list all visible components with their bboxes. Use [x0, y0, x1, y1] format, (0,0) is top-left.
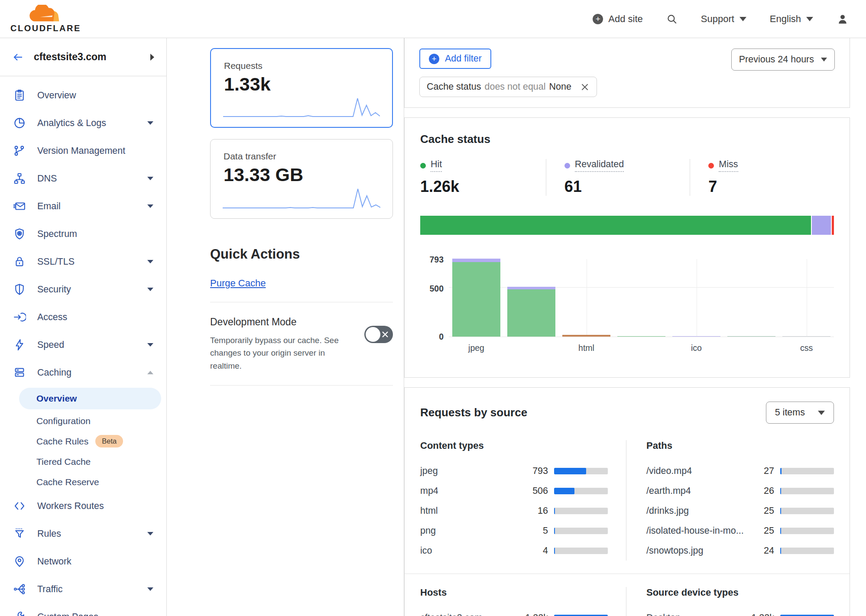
list-item-label: /isolated-house-in-mo... [646, 525, 744, 536]
sidebar-item-security[interactable]: Security [0, 276, 166, 303]
bar-segment [562, 335, 611, 337]
progress-fill [780, 548, 781, 554]
sidebar-item-access[interactable]: Access [0, 303, 166, 331]
summary-segment-hit [420, 216, 811, 235]
dns-tree-icon [13, 172, 26, 185]
lock-icon [13, 255, 26, 268]
divider [405, 574, 850, 574]
plus-icon: + [429, 54, 439, 64]
stat-revalidated: Revalidated61 [546, 159, 690, 196]
progress-fill [780, 615, 834, 616]
sidebar-subitem-cache-rules[interactable]: Cache RulesBeta [0, 431, 166, 451]
user-icon [837, 13, 849, 25]
add-filter-button[interactable]: + Add filter [419, 49, 491, 69]
summary-segment-revalidated [812, 216, 831, 235]
requests-metric-card[interactable]: Requests 1.33k [210, 48, 393, 128]
development-mode-title: Development Mode [210, 316, 344, 328]
paths-title: Paths [646, 440, 834, 451]
stat-header: Miss [708, 159, 834, 172]
sidebar-subitem-cache-reserve[interactable]: Cache Reserve [0, 472, 166, 492]
list-item-video-mp4: /video.mp427 [646, 461, 834, 481]
progress-track [780, 468, 834, 474]
progress-fill [554, 468, 586, 474]
legend-dot-miss [708, 163, 714, 169]
sidebar-item-label: Spectrum [37, 229, 77, 240]
purge-cache-link[interactable]: Purge Cache [210, 278, 266, 289]
progress-fill [554, 488, 574, 494]
support-menu[interactable]: Support [701, 13, 746, 25]
language-menu[interactable]: English [770, 13, 813, 25]
sidebar-subitem-overview[interactable]: Overview [19, 388, 161, 409]
source-device-types-column: Source device types Desktop1.33k [626, 587, 850, 616]
stat-label[interactable]: Revalidated [575, 159, 624, 172]
sidebar-item-speed[interactable]: Speed [0, 331, 166, 359]
chevron-down-icon [147, 532, 153, 535]
site-switcher[interactable]: cftestsite3.com [0, 38, 166, 76]
requests-label: Requests [224, 61, 379, 71]
development-mode-section: Development Mode Temporarily bypass our … [210, 316, 393, 372]
stat-label[interactable]: Miss [719, 159, 738, 172]
sidebar-subitem-label: Cache Rules [36, 436, 88, 447]
list-item-value: 5 [543, 525, 548, 536]
sidebar-item-version-management[interactable]: Version Management [0, 137, 166, 165]
bar-ico [672, 336, 721, 337]
account-menu[interactable] [837, 13, 849, 25]
sidebar-item-network[interactable]: Network [0, 548, 166, 575]
data-transfer-metric-card[interactable]: Data transfer 13.33 GB [210, 139, 393, 219]
sidebar-item-custom-pages[interactable]: Custom Pages [0, 603, 166, 616]
requests-by-source-title: Requests by source [420, 406, 527, 419]
stat-label[interactable]: Hit [431, 159, 442, 172]
development-mode-toggle[interactable] [364, 326, 393, 343]
hosts-title: Hosts [420, 587, 608, 598]
requests-sparkline [223, 97, 380, 119]
sidebar-item-rules[interactable]: Rules [0, 520, 166, 548]
bar-segment [617, 336, 666, 337]
list-item-label: /snowtops.jpg [646, 545, 703, 556]
filter-operator: does not equal [484, 81, 545, 92]
sidebar-subitem-configuration[interactable]: Configuration [0, 411, 166, 431]
pie-chart-icon [13, 117, 26, 130]
sidebar-item-label: Rules [37, 528, 61, 539]
filter-field: Cache status [427, 81, 481, 92]
chevron-right-icon[interactable] [150, 54, 154, 61]
legend-dot-hit [420, 163, 426, 169]
sidebar-item-ssl-tls[interactable]: SSL/TLS [0, 248, 166, 276]
sidebar-item-workers-routes[interactable]: Workers Routes [0, 492, 166, 520]
sidebar-subitem-tiered-cache[interactable]: Tiered Cache [0, 451, 166, 472]
list-item-label: mp4 [420, 486, 438, 496]
items-count-dropdown[interactable]: 5 items [766, 402, 834, 424]
sidebar-item-email[interactable]: Email [0, 192, 166, 220]
filter-chip[interactable]: Cache status does not equal None [419, 77, 597, 97]
time-range-dropdown[interactable]: Previous 24 hours [731, 49, 835, 71]
list-item-value: 26 [764, 486, 774, 496]
sidebar-item-spectrum[interactable]: Spectrum [0, 220, 166, 248]
progress-track [554, 548, 608, 554]
list-item-cftestsite3-com: cftestsite3.com1.33k [420, 608, 608, 616]
sidebar-item-overview[interactable]: Overview [0, 81, 166, 109]
add-site-button[interactable]: + Add site [593, 13, 643, 25]
sidebar-item-traffic[interactable]: Traffic [0, 575, 166, 603]
top-bar: CLOUDFLARE + Add site Support English [0, 0, 866, 38]
time-range-label: Previous 24 hours [739, 54, 814, 65]
bar-unlabeled [507, 287, 556, 337]
cloudflare-cloud-icon [25, 5, 66, 23]
x-axis-tick-html: html [559, 343, 614, 353]
access-arrow-icon [13, 311, 26, 324]
sidebar-item-dns[interactable]: DNS [0, 165, 166, 192]
progress-track [780, 615, 834, 616]
bar-segment [727, 336, 776, 337]
sidebar-item-analytics-logs[interactable]: Analytics & Logs [0, 109, 166, 137]
stat-value: 61 [564, 178, 690, 196]
sidebar-item-caching[interactable]: Caching [0, 359, 166, 386]
remove-filter-icon[interactable] [580, 82, 590, 92]
list-item-value: 1.33k [751, 613, 774, 616]
list-item-earth-mp4: /earth.mp426 [646, 481, 834, 501]
sidebar-item-label: DNS [37, 173, 57, 184]
cache-status-stats: Hit1.26kRevalidated61Miss7 [420, 159, 834, 196]
y-axis-tick: 500 [420, 284, 444, 294]
chart-slot [614, 259, 669, 337]
search-button[interactable] [666, 13, 678, 25]
back-arrow-icon[interactable] [12, 52, 24, 62]
list-item-label: /earth.mp4 [646, 486, 691, 496]
list-item-label: png [420, 525, 436, 536]
